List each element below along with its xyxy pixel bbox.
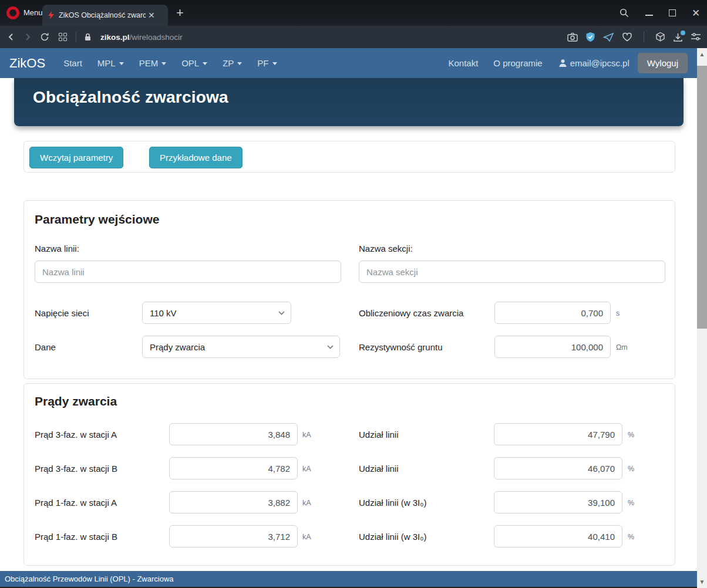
- toolbar-card: Wczytaj parametry Przykładowe dane: [23, 141, 675, 173]
- fault-currents-heading: Prądy zwarcia: [35, 394, 117, 408]
- line-share-2-label: Udział linii: [359, 464, 399, 474]
- status-bar: Obciążalność Przewodów Linii (OPL) - Zwa…: [0, 571, 697, 587]
- url-text[interactable]: zikos.pl/wireloadshocir: [100, 33, 183, 42]
- current-1ph-a-unit: kA: [302, 499, 311, 507]
- status-bar-text: Obciążalność Przewodów Linii (OPL) - Zwa…: [5, 575, 174, 583]
- window-close-button[interactable]: ✕: [687, 0, 705, 26]
- scrollbar-up-arrow[interactable]: ▲: [697, 49, 707, 59]
- current-1ph-b-label: Prąd 1-faz. w stacji B: [35, 532, 117, 542]
- user-email: email@ipcsc.pl: [558, 58, 629, 68]
- fault-time-input[interactable]: [494, 302, 611, 324]
- current-3ph-b-input[interactable]: [169, 457, 298, 479]
- bookmark-heart-icon[interactable]: [622, 32, 632, 42]
- data-select[interactable]: Prądy zwarcia: [142, 336, 340, 358]
- nav-start[interactable]: Start: [63, 58, 82, 68]
- download-badge: [681, 31, 685, 35]
- line-share-2-input[interactable]: [494, 457, 622, 479]
- nav-kontakt[interactable]: Kontakt: [448, 58, 478, 68]
- sample-data-button[interactable]: Przykładowe dane: [149, 147, 243, 168]
- nav-zp-dropdown[interactable]: ZP: [223, 58, 242, 68]
- fault-time-label: Obliczeniowy czas zwarcia: [359, 308, 463, 318]
- nav-pem-dropdown[interactable]: PEM: [139, 58, 167, 68]
- nav-pf-dropdown[interactable]: PF: [257, 58, 277, 68]
- tab-title: ZikOS Obciążalność zwarci: [59, 11, 146, 19]
- downloads-icon[interactable]: [673, 32, 683, 42]
- fault-currents-card: Prądy zwarcia Prąd 3-faz. w stacji A kA …: [23, 383, 675, 566]
- chevron-down-icon: [272, 62, 277, 65]
- page-title: Obciążalność zwarciowa: [14, 78, 684, 107]
- tab-close-icon[interactable]: ✕: [148, 11, 155, 20]
- voltage-label: Napięcie sieci: [35, 308, 89, 318]
- section-name-label: Nazwa sekcji:: [359, 244, 413, 254]
- current-3ph-a-label: Prąd 3-faz. w stacji A: [35, 430, 117, 440]
- scrollbar-thumb[interactable]: [697, 66, 707, 329]
- line-share-3i0-1-unit: %: [628, 499, 634, 507]
- current-1ph-a-input[interactable]: [169, 491, 298, 513]
- line-share-2-unit: %: [628, 465, 634, 473]
- chevron-down-icon: [161, 62, 166, 65]
- fault-time-unit: s: [616, 309, 620, 317]
- myflow-paperplane-icon[interactable]: [603, 32, 614, 42]
- current-3ph-a-unit: kA: [302, 431, 311, 439]
- current-3ph-a-input[interactable]: [169, 423, 298, 445]
- page-scrollbar[interactable]: ▲ ▼: [697, 48, 707, 588]
- line-share-1-unit: %: [628, 431, 634, 439]
- chevron-down-icon: [237, 62, 242, 65]
- window-maximize-button[interactable]: [664, 0, 681, 26]
- line-share-1-label: Udział linii: [359, 430, 399, 440]
- current-3ph-b-label: Prąd 3-faz. w stacji B: [35, 464, 117, 474]
- browser-menu-button[interactable]: Menu: [23, 8, 43, 17]
- section-name-input[interactable]: [359, 261, 665, 283]
- chevron-down-icon: [327, 345, 334, 349]
- page-header-banner: Obciążalność zwarciowa: [14, 78, 684, 126]
- new-tab-button[interactable]: +: [176, 7, 184, 19]
- current-1ph-a-label: Prąd 1-faz. w stacji A: [35, 498, 117, 508]
- load-parameters-button[interactable]: Wczytaj parametry: [29, 147, 123, 168]
- opera-logo-icon[interactable]: [6, 6, 19, 19]
- line-name-label: Nazwa linii:: [35, 244, 79, 254]
- data-select-label: Dane: [35, 342, 56, 352]
- line-share-3i0-2-input[interactable]: [494, 525, 622, 548]
- lock-icon[interactable]: [84, 33, 92, 41]
- easy-setup-sliders-icon[interactable]: [691, 32, 701, 42]
- ground-resistivity-input[interactable]: [494, 336, 611, 358]
- user-icon: [558, 59, 567, 67]
- ground-resistivity-unit: Ωm: [616, 343, 628, 352]
- current-1ph-b-unit: kA: [302, 533, 311, 541]
- ground-resistivity-label: Rezystywność gruntu: [359, 342, 443, 352]
- current-1ph-b-input[interactable]: [169, 525, 298, 548]
- nav-o-programie[interactable]: O programie: [493, 58, 542, 68]
- search-icon[interactable]: [615, 0, 633, 26]
- back-icon[interactable]: [7, 33, 15, 41]
- input-parameters-heading: Parametry wejściowe: [35, 212, 159, 227]
- browser-address-bar: zikos.pl/wireloadshocir: [0, 26, 707, 48]
- window-minimize-button[interactable]: [640, 0, 658, 26]
- line-name-input[interactable]: [35, 261, 341, 283]
- brand-logo[interactable]: ZikOS: [9, 56, 45, 71]
- reload-icon[interactable]: [40, 32, 49, 42]
- chevron-down-icon: [119, 62, 124, 65]
- snapshot-camera-icon[interactable]: [567, 32, 578, 42]
- line-share-3i0-2-unit: %: [628, 533, 634, 541]
- nav-opl-dropdown[interactable]: OPL: [181, 58, 207, 68]
- input-parameters-card: Parametry wejściowe Nazwa linii: Nazwa s…: [23, 200, 675, 379]
- line-share-3i0-2-label: Udział linii (w 3I₀): [359, 532, 426, 542]
- favicon-lightning-icon: [47, 11, 55, 19]
- line-share-1-input[interactable]: [494, 423, 622, 445]
- browser-tab[interactable]: ZikOS Obciążalność zwarci ✕: [42, 5, 168, 26]
- logout-button[interactable]: Wyloguj: [638, 53, 688, 73]
- divider: [644, 32, 644, 42]
- workspaces-icon[interactable]: [59, 33, 67, 41]
- line-share-3i0-1-input[interactable]: [494, 491, 622, 513]
- site-navbar: ZikOS Start MPL PEM OPL ZP PF Kontakt O …: [0, 48, 707, 78]
- forward-icon[interactable]: [23, 33, 32, 41]
- chevron-down-icon: [278, 311, 285, 315]
- current-3ph-b-unit: kA: [302, 465, 311, 473]
- nav-mpl-dropdown[interactable]: MPL: [97, 58, 124, 68]
- adblock-shield-icon[interactable]: [585, 32, 595, 42]
- line-share-3i0-1-label: Udział linii (w 3I₀): [359, 498, 426, 508]
- extensions-cube-icon[interactable]: [655, 32, 665, 42]
- voltage-select[interactable]: 110 kV: [142, 302, 291, 324]
- divider: [76, 32, 76, 42]
- scrollbar-down-arrow[interactable]: ▼: [697, 577, 707, 587]
